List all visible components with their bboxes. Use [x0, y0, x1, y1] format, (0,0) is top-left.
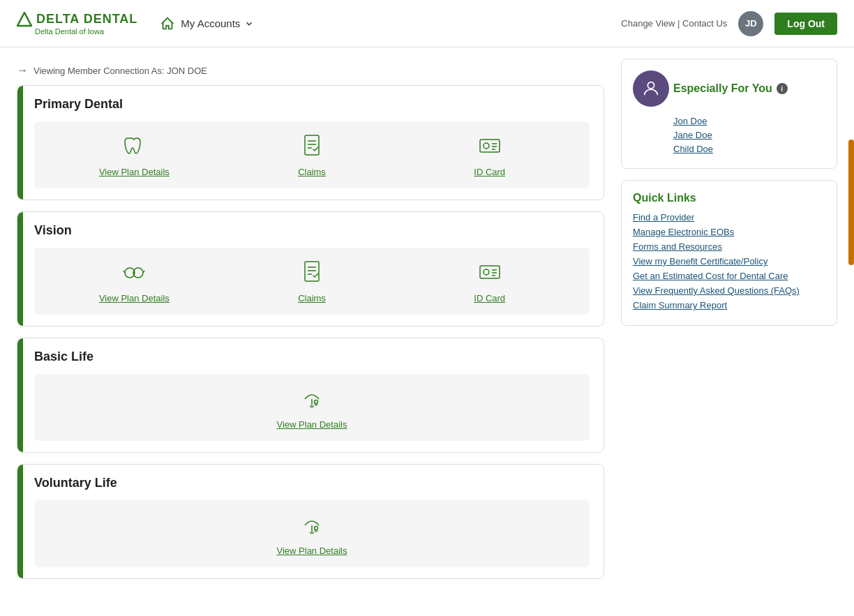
card-title: Voluntary Life [34, 476, 590, 490]
quick-link-item: Manage Electronic EOBs [633, 226, 825, 237]
quick-link[interactable]: View Frequently Asked Questions (FAQs) [633, 285, 800, 296]
quick-link-item: Forms and Resources [633, 241, 825, 252]
quick-link[interactable]: Get an Estimated Cost for Dental Care [633, 271, 788, 281]
especially-header: Especially For You i [633, 70, 825, 107]
svg-rect-5 [480, 140, 500, 152]
avatar-initials: JD [745, 18, 757, 29]
claims-icon [299, 133, 324, 158]
id-card-icon [477, 259, 502, 284]
home-icon [160, 16, 175, 31]
action-label: View Plan Details [99, 167, 170, 177]
brand-sub: Delta Dental of Iowa [35, 27, 104, 36]
chevron-down-icon [244, 19, 254, 29]
claims-icon [299, 259, 324, 287]
home-icon-wrap[interactable] [160, 16, 175, 31]
tooth-icon [121, 133, 147, 158]
life-icon [299, 511, 324, 536]
id-card-icon [477, 133, 502, 158]
card-actions: View Plan Details Claims ID Card [34, 248, 590, 315]
action-label: View Plan Details [99, 293, 170, 303]
card-title: Vision [34, 223, 590, 238]
brand-name: DELTA DENTAL [36, 12, 137, 27]
user-avatar[interactable]: JD [738, 11, 763, 36]
quick-link[interactable]: Manage Electronic EOBs [633, 227, 734, 237]
contact-us-link[interactable]: Contact Us [682, 18, 727, 29]
quick-links-title: Quick Links [633, 192, 825, 204]
change-view-link[interactable]: Change View [621, 18, 675, 29]
card-actions: View Plan Details Claims ID Card [34, 121, 590, 188]
card-title: Basic Life [34, 350, 590, 364]
especially-title-area: Especially For You i [673, 82, 825, 95]
header-links: Change View | Contact Us [621, 18, 727, 29]
plan-card-basic-life: Basic Life View Plan Details [17, 338, 604, 453]
svg-marker-0 [17, 13, 31, 26]
action-claims[interactable]: Claims [223, 133, 401, 177]
action-label: Claims [298, 293, 326, 303]
action-label: View Plan Details [277, 546, 347, 556]
action-label: View Plan Details [277, 419, 347, 430]
glasses-icon [121, 259, 147, 287]
logout-button[interactable]: Log Out [774, 13, 837, 35]
quick-link-item: Find a Provider [633, 211, 825, 223]
my-accounts-label: My Accounts [181, 17, 240, 29]
card-title: Primary Dental [34, 97, 590, 112]
svg-point-20 [484, 269, 489, 275]
delta-dental-logo-icon [17, 12, 32, 27]
action-label: Claims [298, 167, 326, 177]
tooth-icon [121, 133, 147, 161]
life-icon [299, 385, 324, 414]
action-view-plan-details[interactable]: View Plan Details [45, 511, 578, 556]
main-content: → Viewing Member Connection As: JON DOE … [0, 47, 854, 601]
especially-for-you-card: Especially For You i Jon DoeJane DoeChil… [621, 59, 837, 169]
especially-title-text: Especially For You [673, 82, 772, 95]
info-badge[interactable]: i [777, 83, 788, 94]
quick-link-item: View my Benefit Certificate/Policy [633, 255, 825, 266]
viewing-banner: → Viewing Member Connection As: JON DOE [17, 59, 604, 85]
logo-area: DELTA DENTAL Delta Dental of Iowa [17, 12, 137, 36]
quick-link[interactable]: View my Benefit Certificate/Policy [633, 256, 767, 266]
card-accent-bar [17, 86, 23, 200]
header-right: Change View | Contact Us JD Log Out [621, 11, 837, 36]
member-list-item: Jon Doe [673, 115, 825, 126]
member-list-item: Child Doe [673, 143, 825, 154]
svg-rect-15 [305, 262, 319, 281]
member-link[interactable]: Child Doe [673, 144, 713, 154]
header: DELTA DENTAL Delta Dental of Iowa My Acc… [0, 0, 854, 47]
logo-text: DELTA DENTAL [17, 12, 137, 27]
member-link[interactable]: Jane Doe [673, 130, 712, 140]
svg-rect-19 [480, 266, 500, 278]
action-id-card[interactable]: ID Card [400, 133, 578, 177]
svg-point-28 [647, 82, 654, 89]
life-icon [299, 511, 324, 540]
card-body: Basic Life View Plan Details [23, 338, 604, 452]
card-body: Voluntary Life View Plan Details [23, 465, 604, 578]
quick-link[interactable]: Find a Provider [633, 212, 694, 223]
quick-links-card: Quick Links Find a ProviderManage Electr… [621, 180, 837, 326]
card-body: Primary Dental View Plan Details Claims … [23, 86, 604, 200]
action-claims[interactable]: Claims [223, 259, 401, 303]
svg-rect-1 [305, 135, 319, 155]
plan-card-vision: Vision View Plan Details Claims [17, 211, 604, 326]
quick-link[interactable]: Claim Summary Report [633, 300, 727, 310]
quick-links-list: Find a ProviderManage Electronic EOBsFor… [633, 211, 825, 310]
card-accent-bar [17, 212, 23, 326]
action-id-card[interactable]: ID Card [400, 259, 578, 303]
life-icon [299, 385, 324, 410]
action-view-plan-details[interactable]: View Plan Details [45, 133, 223, 177]
member-link[interactable]: Jon Doe [673, 116, 707, 126]
plan-card-voluntary-life: Voluntary Life View Plan Details [17, 464, 604, 579]
person-icon [641, 79, 661, 98]
quick-link[interactable]: Forms and Resources [633, 241, 722, 252]
member-list-item: Jane Doe [673, 129, 825, 140]
plan-card-primary-dental: Primary Dental View Plan Details Claims … [17, 85, 604, 200]
action-view-plan-details[interactable]: View Plan Details [45, 385, 578, 430]
member-list: Jon DoeJane DoeChild Doe [673, 115, 825, 154]
quick-link-item: Get an Estimated Cost for Dental Care [633, 270, 825, 281]
action-view-plan-details[interactable]: View Plan Details [45, 259, 223, 303]
right-column: Especially For You i Jon DoeJane DoeChil… [621, 59, 837, 590]
my-accounts-nav[interactable]: My Accounts [181, 17, 254, 29]
glasses-icon [121, 259, 147, 284]
svg-point-6 [484, 143, 489, 149]
pipe-separator: | [677, 18, 682, 29]
quick-link-item: View Frequently Asked Questions (FAQs) [633, 285, 825, 296]
